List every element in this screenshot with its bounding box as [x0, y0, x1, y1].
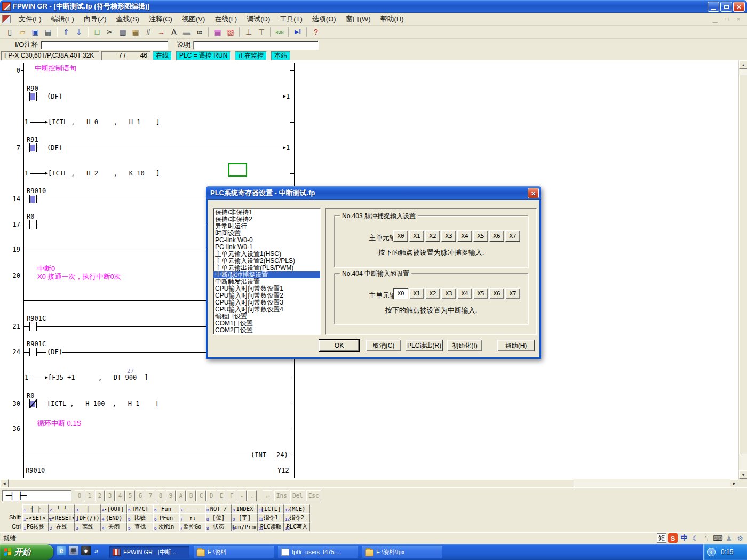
menu-debug[interactable]: 调试(D) [242, 13, 275, 26]
new-file-button[interactable]: ▯ [4, 27, 15, 38]
save-file-button[interactable]: ▣ [29, 27, 41, 38]
menu-options[interactable]: 选项(O) [307, 13, 341, 26]
run-pause-button[interactable]: ▶‖ [292, 27, 304, 38]
mdi-close-button[interactable]: × [734, 15, 743, 23]
menu-edit[interactable]: 编辑(E) [46, 13, 79, 26]
plc-read-button[interactable]: PLC读出(R) [406, 340, 443, 351]
register-list-item[interactable]: COM2口设置 [213, 327, 320, 334]
fkey-ctrl-f6[interactable]: 6次Win [153, 522, 179, 531]
taskbar-item-3[interactable]: E:\资料\fpx [362, 546, 442, 558]
fkey-ctrl-f2[interactable]: 2在线 [49, 522, 75, 531]
restore-button[interactable] [720, 2, 732, 12]
fkey-f6[interactable]: 6Fun [153, 504, 179, 513]
fkey-ctrl-f4[interactable]: 4关闭 [101, 522, 127, 531]
taskbar-item-1[interactable]: E:\资料 [194, 546, 274, 558]
menu-online[interactable]: 在线(L) [210, 13, 242, 26]
menu-wizard[interactable]: 向导(Z) [79, 13, 112, 26]
fkey-ctrl-f8[interactable]: 8状态 [205, 522, 232, 531]
fkey-f4[interactable]: 4-[OUT] [101, 504, 127, 513]
cancel-button[interactable]: 取消(C) [366, 340, 401, 351]
input-x2-toggle-404[interactable]: X2 [425, 288, 440, 299]
menu-tools[interactable]: 工具(T) [275, 13, 307, 26]
print-button[interactable]: ▤ [42, 27, 54, 38]
user-icon[interactable]: ♟ [724, 533, 734, 543]
online-button[interactable]: ⊤ [256, 27, 267, 38]
fkey-ctrl-f7[interactable]: 7监控Go [179, 522, 205, 531]
upload-from-plc-button[interactable]: ⇑ [60, 27, 72, 38]
fkey-shift-f1[interactable]: 1-<SET> [22, 513, 49, 522]
fkey-shift-f9[interactable]: 9[字] [232, 513, 258, 522]
sogou-ime-icon[interactable]: S [668, 533, 678, 543]
open-file-button[interactable]: ▱ [17, 27, 28, 38]
close-button[interactable]: × [733, 2, 745, 12]
chinese-ime-icon[interactable]: 中 [679, 533, 689, 543]
ime-indicator-icon[interactable]: 矩 [657, 533, 666, 543]
text-comment-button[interactable]: A [168, 27, 180, 38]
input-x5-toggle-403[interactable]: X5 [473, 230, 488, 242]
fkey-shift-f5[interactable]: 5比较 [127, 513, 153, 522]
fkey-f2[interactable]: 2─┘ └─ [49, 504, 75, 513]
input-x4-toggle-404[interactable]: X4 [457, 288, 472, 299]
fkey-ctrl-f1[interactable]: 1PG转换 [22, 522, 49, 531]
menu-view[interactable]: 视图(V) [177, 13, 210, 26]
monitor-window-button[interactable]: ▧ [225, 27, 236, 38]
horizontal-scroll-thumb[interactable] [9, 479, 574, 488]
vertical-scrollbar[interactable]: ▲ ▼ [738, 60, 747, 479]
fkey-f12[interactable]: 12(MCE) [284, 504, 310, 513]
find-button[interactable]: ∞ [194, 27, 205, 38]
download-to-plc-button[interactable]: ⇓ [73, 27, 85, 38]
input-x7-toggle-404[interactable]: X7 [505, 288, 520, 299]
start-button[interactable]: 开始 [0, 544, 53, 560]
fkey-shift-f8[interactable]: 8[位] [205, 513, 232, 522]
input-x7-toggle-403[interactable]: X7 [505, 230, 520, 242]
network-block-button[interactable]: ▬ [181, 27, 193, 38]
desktop-icon[interactable]: ▦ [69, 546, 78, 555]
menu-help[interactable]: 帮助(H) [376, 13, 409, 26]
fkey-shift-f4[interactable]: 4(END) [101, 513, 127, 522]
help-button[interactable]: 帮助(H) [497, 340, 535, 351]
instruction-entry-box[interactable]: ─┤ ├─ [2, 490, 71, 501]
fkey-f11[interactable]: 11[ICTL] [258, 504, 284, 513]
vertical-scroll-thumb[interactable] [739, 75, 747, 454]
punct-icon[interactable]: °, [702, 533, 711, 543]
fkey-f8[interactable]: 8NOT / [205, 504, 232, 513]
initialize-button[interactable]: 初始化(I) [447, 340, 482, 351]
fkey-ctrl-f5[interactable]: 5查找 [127, 522, 153, 531]
fkey-ctrl-f12[interactable]: 12PLC写入 [284, 522, 310, 531]
offline-button[interactable]: ⊥ [243, 27, 255, 38]
input-x5-toggle-404[interactable]: X5 [473, 288, 488, 299]
input-x6-toggle-403[interactable]: X6 [489, 230, 504, 242]
input-x0-toggle-403[interactable]: X0 [393, 230, 408, 242]
fkey-f9[interactable]: 9INDEX [232, 504, 258, 513]
io-comment-input[interactable] [41, 41, 168, 50]
input-x2-toggle-403[interactable]: X2 [425, 230, 440, 242]
scroll-down-button[interactable]: ▼ [739, 470, 747, 479]
paste-button[interactable]: ▦ [130, 27, 141, 38]
register-category-list[interactable]: 保持/非保持1保持/非保持2异常时运行时间设置PC-link W0-0PC-li… [213, 208, 321, 335]
taskbar-item-0[interactable]: FPWIN GR - [中断... [109, 546, 189, 558]
fkey-shift-f3[interactable]: 3(DF(/)) [75, 513, 101, 522]
fkey-ctrl-f3[interactable]: 3离线 [75, 522, 101, 531]
menu-file[interactable]: 文件(F) [14, 13, 46, 26]
fkey-shift-f6[interactable]: 6PFun [153, 513, 179, 522]
dialog-close-button[interactable]: × [528, 188, 539, 198]
fkey-ctrl-f9[interactable]: 9Run/Prog [232, 522, 258, 531]
horizontal-scrollbar[interactable]: ◀ ▶ [0, 479, 738, 487]
moon-icon[interactable]: ☾ [690, 533, 700, 543]
menu-comment[interactable]: 注释(C) [144, 13, 177, 26]
input-x3-toggle-404[interactable]: X3 [441, 288, 456, 299]
mdi-minimize-button[interactable]: ▁ [711, 15, 719, 23]
fkey-ctrl-f11[interactable]: 11PLC读取 [258, 522, 284, 531]
fkey-f7[interactable]: 7──── [179, 504, 205, 513]
input-x0-toggle-404[interactable]: X0 [393, 288, 408, 299]
input-x3-toggle-403[interactable]: X3 [441, 230, 456, 242]
menu-window[interactable]: 窗口(W) [341, 13, 376, 26]
input-x4-toggle-403[interactable]: X4 [457, 230, 472, 242]
cut-button[interactable]: ✂ [104, 27, 116, 38]
scroll-up-button[interactable]: ▲ [739, 60, 747, 69]
ladder-monitor-button[interactable]: ▦ [212, 27, 224, 38]
ladder-convert-button[interactable]: # [142, 27, 154, 38]
mdi-restore-button[interactable]: □ [722, 15, 731, 23]
help-button[interactable]: ? [310, 27, 322, 38]
fkey-shift-f11[interactable]: 11指令1 [258, 513, 284, 522]
